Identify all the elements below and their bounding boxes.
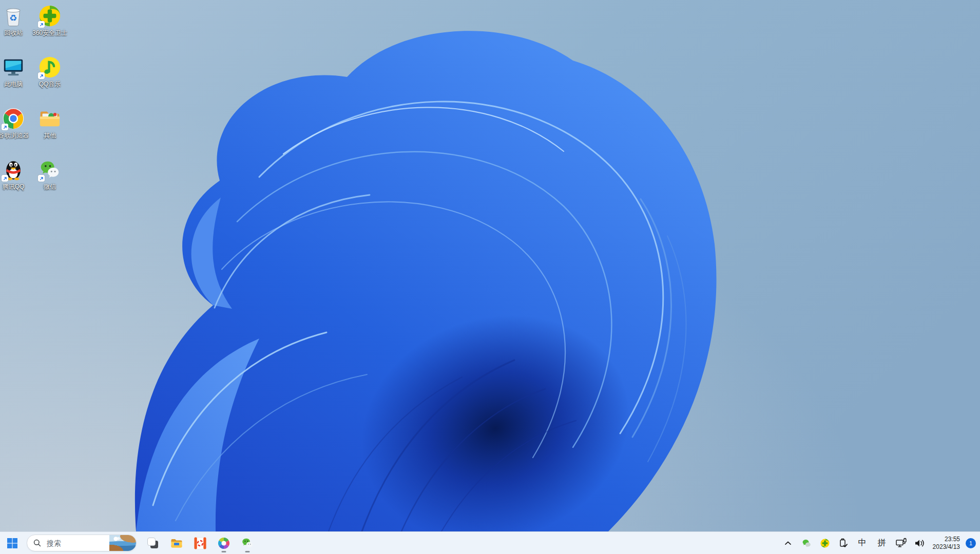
taskbar-app-file-explorer[interactable] <box>167 533 186 553</box>
ime-pinyin-indicator[interactable]: 拼 <box>873 534 891 552</box>
notification-count-badge[interactable]: 1 <box>966 538 976 548</box>
hidden-icons-chevron[interactable] <box>780 534 796 552</box>
desktop-icon-other-folder[interactable]: 其他 <box>27 107 72 139</box>
360-tray-icon <box>820 538 830 548</box>
search-input[interactable] <box>46 539 109 548</box>
tencent-qq-icon <box>2 158 25 182</box>
taskbar-app-task-view[interactable] <box>143 533 162 553</box>
qq-music-icon <box>38 55 62 79</box>
clock-date: 2023/4/13 <box>933 543 960 551</box>
desktop-icon-label: QQ音乐 <box>39 81 61 88</box>
wechat-icon <box>241 537 254 550</box>
wechat-icon <box>38 158 62 182</box>
running-indicator <box>245 551 249 552</box>
shortcut-arrow-icon <box>38 72 45 79</box>
desktop-icon-wechat[interactable]: 微信 <box>27 158 72 190</box>
360-security-icon <box>38 4 62 28</box>
desktop: ♻回收站360安全卫士此电脑QQ音乐谷歌浏览器其他腾讯QQ微信 <box>0 0 980 531</box>
tray-wechat[interactable] <box>798 534 815 552</box>
this-pc-icon <box>2 55 25 79</box>
taskbar: 中 拼 23:55 2023/4/13 1 <box>0 531 980 554</box>
search-icon <box>33 539 42 547</box>
desktop-icon-label: 此电脑 <box>4 81 23 88</box>
desktop-icon-qq-music[interactable]: QQ音乐 <box>27 55 72 88</box>
desktop-icon-label: 谷歌浏览器 <box>0 132 29 139</box>
taskbar-app-photos-swirl-app[interactable] <box>214 533 233 553</box>
speaker-icon <box>913 537 926 549</box>
desktop-icon-label: 其他 <box>44 132 56 139</box>
shortcut-arrow-icon <box>38 21 45 28</box>
wallpaper-bloom <box>0 0 980 531</box>
desktop-icon-label: 腾讯QQ <box>3 183 25 190</box>
ime-chinese-indicator[interactable]: 中 <box>854 534 871 552</box>
desktop-icon-label: 微信 <box>44 183 56 190</box>
taskbar-left-cluster <box>0 532 257 554</box>
desktop-icon-label: 回收站 <box>4 29 23 36</box>
taskbar-app-wechat[interactable] <box>238 533 257 553</box>
chevron-up-icon <box>783 538 793 548</box>
search-box[interactable] <box>27 535 137 551</box>
shortcut-arrow-icon <box>38 175 45 182</box>
start-button[interactable] <box>2 533 23 553</box>
red-dashed-circle-app-icon <box>194 537 207 550</box>
clock-time: 23:55 <box>933 536 960 543</box>
ethernet-network-icon <box>895 537 907 549</box>
file-explorer-icon <box>170 537 183 550</box>
photos-swirl-app-icon <box>217 537 230 550</box>
windows-logo-icon <box>6 537 18 549</box>
wechat-tray-icon <box>801 538 812 548</box>
system-tray: 中 拼 23:55 2023/4/13 1 <box>780 532 978 554</box>
tray-usb-device[interactable] <box>835 534 852 552</box>
tray-360-security[interactable] <box>817 534 833 552</box>
desktop-icon-360-security[interactable]: 360安全卫士 <box>27 4 72 36</box>
pinned-apps <box>143 533 257 553</box>
shortcut-arrow-icon <box>2 175 8 182</box>
desktop-icon-label: 360安全卫士 <box>32 29 67 36</box>
recycle-bin-icon: ♻ <box>2 4 25 28</box>
shortcut-arrow-icon <box>2 124 8 130</box>
usb-safely-remove-icon <box>838 538 849 549</box>
volume-control[interactable] <box>911 534 928 552</box>
clock[interactable]: 23:55 2023/4/13 <box>930 536 963 551</box>
other-folder-icon <box>38 107 62 130</box>
taskbar-app-red-dashed-circle-app[interactable] <box>190 533 209 553</box>
search-highlight-image <box>109 535 136 551</box>
svg-text:♻: ♻ <box>9 13 17 23</box>
running-indicator <box>221 551 226 552</box>
network-status[interactable] <box>893 534 909 552</box>
chrome-icon <box>2 107 25 130</box>
task-view-icon <box>146 537 160 550</box>
